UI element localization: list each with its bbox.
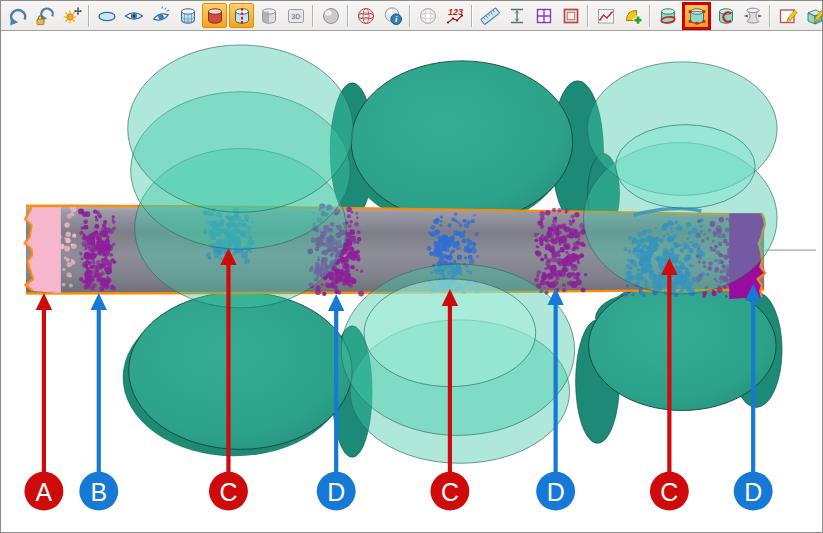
roller-top-middle: [351, 61, 572, 222]
toolbar-separator: [587, 5, 588, 27]
particle-tracking-icon[interactable]: [682, 2, 711, 30]
light-move-icon[interactable]: [59, 3, 84, 28]
undo-locked-icon[interactable]: [32, 3, 57, 28]
svg-text:123: 123: [447, 7, 462, 17]
marker-letter: B: [90, 478, 107, 506]
toolbar-separator: [347, 5, 348, 27]
hide-ellipse-icon[interactable]: [94, 3, 119, 28]
toolbar-separator: [649, 5, 650, 27]
edit-note-icon[interactable]: [775, 3, 800, 28]
roller-top-left-top: [128, 45, 353, 212]
add-geometry-icon[interactable]: [620, 3, 645, 28]
cylinder-compress-icon[interactable]: [740, 3, 765, 28]
cylinder-solid-icon[interactable]: [202, 3, 227, 28]
marker-arrow-head: [36, 293, 52, 310]
marker-letter: D: [547, 478, 565, 506]
roller-bottom-left: [129, 292, 352, 449]
sphere-info-icon[interactable]: i: [380, 3, 405, 28]
toolbar: 3Di123: [1, 1, 822, 31]
toolbar-separator: [769, 5, 770, 27]
toolbar-separator: [409, 5, 410, 27]
marker-arrow-head: [328, 294, 344, 311]
svg-text:3D: 3D: [291, 11, 301, 20]
marker-letter: C: [441, 478, 459, 506]
point-values-icon[interactable]: 123: [442, 3, 467, 28]
toolbar-separator: [471, 5, 472, 27]
history-plot-icon[interactable]: [593, 3, 618, 28]
marker-letter: D: [327, 478, 345, 506]
marker-letter: A: [36, 478, 53, 506]
marker-letter: D: [744, 478, 762, 506]
preview-eye-icon[interactable]: [148, 3, 173, 28]
marker-letter: C: [219, 478, 237, 506]
cylinder-section-icon[interactable]: [713, 3, 738, 28]
edit-object-icon[interactable]: [802, 3, 823, 28]
frame-icon[interactable]: [558, 3, 583, 28]
cylinder-axis-icon[interactable]: [229, 3, 254, 28]
scene-svg: ABCDCDCD: [1, 32, 822, 532]
marker-b-1: B: [79, 293, 118, 511]
sphere-shaded-icon[interactable]: [318, 3, 343, 28]
marker-letter: C: [660, 478, 678, 506]
marker-a-0: A: [24, 293, 63, 511]
view-3d-icon[interactable]: 3D: [283, 3, 308, 28]
toolbar-separator: [312, 5, 313, 27]
cylinder-band-icon[interactable]: [655, 3, 680, 28]
distance-measure-icon[interactable]: [504, 3, 529, 28]
sphere-wireframe-icon[interactable]: [415, 3, 440, 28]
show-eye-icon[interactable]: [121, 3, 146, 28]
marker-arrow-head: [91, 293, 107, 310]
grid-icon[interactable]: [531, 3, 556, 28]
app-window: 3Di123: [0, 0, 823, 533]
sphere-mesh-red-icon[interactable]: [353, 3, 378, 28]
ruler-icon[interactable]: [477, 3, 502, 28]
toolbar-separator: [88, 5, 89, 27]
viewport-3d[interactable]: ABCDCDCD: [1, 32, 822, 532]
cylinder-half-icon[interactable]: [256, 3, 281, 28]
roller-top-right-bore: [616, 125, 756, 209]
undo-icon[interactable]: [5, 3, 30, 28]
cylinder-mesh-icon[interactable]: [175, 3, 200, 28]
